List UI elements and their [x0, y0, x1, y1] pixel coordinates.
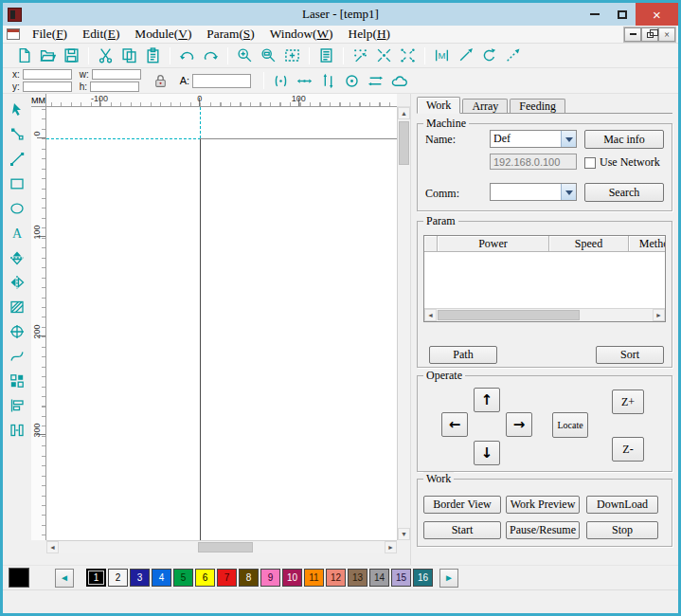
palette-swatch-3[interactable]: 3 [130, 569, 150, 587]
zoom-in-button[interactable] [234, 45, 256, 66]
zoom-fit-button[interactable] [281, 45, 303, 66]
dots-select-button[interactable] [349, 45, 371, 66]
arrows-v-button[interactable] [317, 70, 339, 91]
array-button[interactable] [7, 371, 27, 390]
palette-swatch-1[interactable]: 1 [86, 569, 106, 587]
palette-swatch-12[interactable]: 12 [326, 569, 346, 587]
sort-button[interactable]: Sort [596, 346, 664, 364]
walk-path-button[interactable] [502, 45, 524, 66]
scroll-right-button[interactable]: ► [653, 309, 665, 321]
palette-swatch-11[interactable]: 11 [304, 569, 324, 587]
jog-down-button[interactable]: ↓ [474, 441, 500, 465]
cut-button[interactable] [95, 45, 116, 66]
comm-select[interactable] [490, 183, 577, 201]
param-col-method[interactable]: Method [629, 236, 666, 252]
locate-button[interactable]: Locate [552, 412, 588, 438]
mirror-horizontal-button[interactable] [7, 272, 27, 292]
menu-window[interactable]: Window(W) [262, 26, 341, 43]
view-page-button[interactable] [315, 45, 337, 66]
paste-button[interactable] [142, 45, 164, 66]
hatch-button[interactable] [7, 297, 27, 317]
scroll-right-button[interactable]: ► [385, 541, 397, 553]
palette-prev-button[interactable]: ◄ [55, 569, 74, 588]
new-button[interactable] [13, 45, 35, 66]
scroll-left-button[interactable]: ◄ [46, 541, 59, 553]
palette-swatch-2[interactable]: 2 [108, 569, 128, 587]
document-icon[interactable] [7, 28, 20, 40]
palette-swatch-5[interactable]: 5 [173, 569, 193, 587]
search-button[interactable]: Search [584, 183, 664, 202]
line-button[interactable] [7, 149, 27, 169]
copy-button[interactable] [118, 45, 140, 66]
spread-h-button[interactable] [294, 70, 315, 91]
select-button[interactable] [7, 100, 27, 119]
palette-swatch-16[interactable]: 16 [413, 569, 433, 587]
a-input[interactable] [192, 74, 251, 88]
rotate-button[interactable] [478, 45, 500, 66]
distribute-button[interactable] [7, 420, 27, 440]
w-input[interactable] [92, 69, 141, 80]
tab-feeding[interactable]: Feeding [510, 99, 565, 113]
minimize-button[interactable] [581, 3, 608, 26]
palette-swatch-6[interactable]: 6 [195, 569, 215, 587]
param-col-index[interactable] [424, 236, 438, 252]
scroll-up-button[interactable]: ▲ [398, 107, 410, 119]
pause-resume-button[interactable]: Pause/Resume [506, 521, 580, 539]
scroll-down-button[interactable]: ▼ [398, 528, 410, 540]
palette-swatch-7[interactable]: 7 [217, 569, 237, 587]
palette-swatch-10[interactable]: 10 [282, 569, 302, 587]
open-button[interactable] [37, 45, 59, 66]
text-button[interactable]: A [7, 223, 27, 243]
menu-edit[interactable]: Edit(E) [75, 26, 127, 43]
mac-info-button[interactable]: Mac info [584, 130, 664, 149]
rectangle-button[interactable] [7, 173, 27, 193]
jog-right-button[interactable]: → [506, 412, 532, 437]
download-button[interactable]: DownLoad [586, 496, 658, 514]
menu-help[interactable]: Help(H) [341, 26, 398, 43]
redo-button[interactable] [200, 45, 222, 66]
save-button[interactable] [61, 45, 82, 66]
jog-up-button[interactable]: ↑ [474, 388, 500, 412]
palette-swatch-15[interactable]: 15 [391, 569, 411, 587]
mirror-vertical-button[interactable] [7, 247, 27, 267]
menu-module[interactable]: Module(V) [127, 26, 199, 43]
mdi-minimize-button[interactable] [624, 27, 641, 42]
tab-array[interactable]: Array [462, 99, 508, 113]
border-view-button[interactable]: Border View [423, 496, 501, 514]
palette-swatch-9[interactable]: 9 [260, 569, 280, 587]
titlebar[interactable]: Laser - [temp1] × [3, 3, 678, 26]
ip-address-field[interactable] [490, 154, 577, 170]
move-step-button[interactable] [455, 45, 476, 66]
param-table-body[interactable] [424, 252, 665, 308]
palette-next-button[interactable]: ► [439, 569, 458, 588]
horizontal-scroll-thumb[interactable] [198, 542, 253, 553]
cloud-button[interactable] [388, 70, 410, 91]
z-plus-button[interactable]: Z+ [612, 390, 644, 414]
tab-work[interactable]: Work [417, 97, 460, 114]
y-input[interactable] [23, 82, 72, 92]
stop-button[interactable]: Stop [586, 521, 658, 539]
node-edit-button[interactable] [7, 124, 27, 144]
param-scroll-thumb[interactable] [438, 310, 580, 320]
mdi-restore-button[interactable] [641, 27, 658, 42]
measure-button[interactable]: M [431, 45, 453, 66]
param-col-speed[interactable]: Speed [549, 236, 629, 252]
circle-dot-button[interactable] [341, 70, 363, 91]
palette-swatch-13[interactable]: 13 [348, 569, 367, 587]
menu-file[interactable]: File(F) [25, 26, 75, 43]
maximize-button[interactable] [608, 3, 636, 26]
scroll-left-button[interactable]: ◄ [424, 309, 437, 321]
palette-swatch-4[interactable]: 4 [152, 569, 171, 587]
dots-gather-button[interactable] [373, 45, 395, 66]
close-button[interactable]: × [636, 3, 678, 26]
vertical-scrollbar[interactable]: ▲ ▼ [397, 107, 410, 540]
palette-swatch-8[interactable]: 8 [239, 569, 259, 587]
dots-spread-button[interactable] [397, 45, 419, 66]
use-network-checkbox[interactable]: Use Network [584, 155, 670, 170]
arrows-h-button[interactable] [365, 70, 386, 91]
menu-param[interactable]: Param(S) [199, 26, 261, 43]
z-minus-button[interactable]: Z- [612, 437, 644, 462]
chevron-down-icon[interactable] [561, 131, 576, 147]
h-input[interactable] [90, 82, 139, 92]
gather-h-button[interactable] [270, 70, 292, 91]
